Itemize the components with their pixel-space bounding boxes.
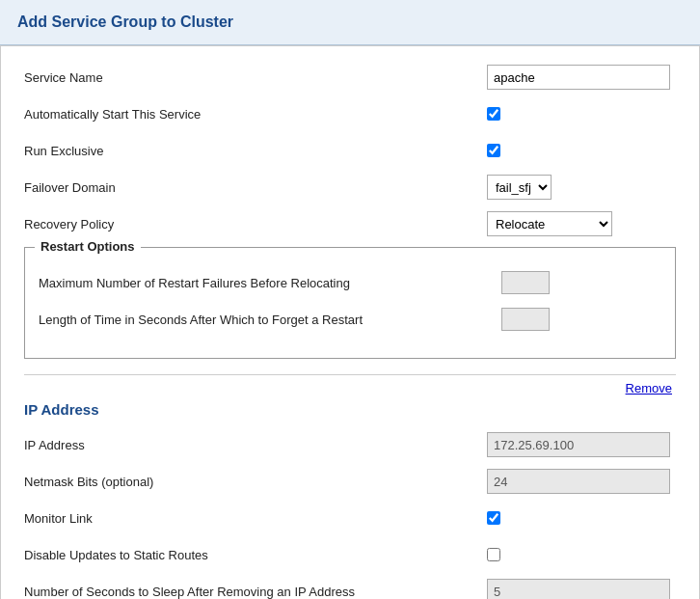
netmask-input[interactable] <box>487 469 670 494</box>
netmask-label: Netmask Bits (optional) <box>24 475 487 489</box>
restart-options-legend: Restart Options <box>35 239 141 254</box>
run-exclusive-checkbox[interactable] <box>487 144 500 157</box>
forget-restart-label: Length of Time in Seconds After Which to… <box>39 313 501 327</box>
recovery-policy-select[interactable]: Relocate Restart Disable None <box>487 211 612 236</box>
service-name-label: Service Name <box>24 70 487 85</box>
auto-start-label: Automatically Start This Service <box>24 107 487 122</box>
page-title: Add Service Group to Cluster <box>0 0 700 45</box>
divider-row: Remove <box>24 374 676 395</box>
forget-restart-input[interactable] <box>501 308 550 331</box>
run-exclusive-label: Run Exclusive <box>24 144 487 158</box>
ip-address-input[interactable] <box>487 432 670 457</box>
ip-address-section-title: IP Address <box>24 401 676 418</box>
monitor-link-label: Monitor Link <box>24 511 487 526</box>
sleep-seconds-label: Number of Seconds to Sleep After Removin… <box>24 585 487 599</box>
sleep-seconds-input[interactable] <box>487 579 670 599</box>
remove-link[interactable]: Remove <box>626 381 676 395</box>
max-restart-label: Maximum Number of Restart Failures Befor… <box>39 276 501 290</box>
disable-updates-label: Disable Updates to Static Routes <box>24 548 487 562</box>
failover-domain-select[interactable]: fail_sfj <box>487 175 552 200</box>
disable-updates-checkbox[interactable] <box>487 548 500 561</box>
monitor-link-checkbox[interactable] <box>487 511 500 525</box>
recovery-policy-label: Recovery Policy <box>24 217 487 231</box>
auto-start-checkbox[interactable] <box>487 107 500 121</box>
failover-domain-label: Failover Domain <box>24 180 487 195</box>
max-restart-input[interactable] <box>501 271 550 294</box>
service-name-input[interactable] <box>487 65 670 90</box>
restart-options-group: Restart Options Maximum Number of Restar… <box>24 247 676 359</box>
ip-address-label: IP Address <box>24 438 487 452</box>
